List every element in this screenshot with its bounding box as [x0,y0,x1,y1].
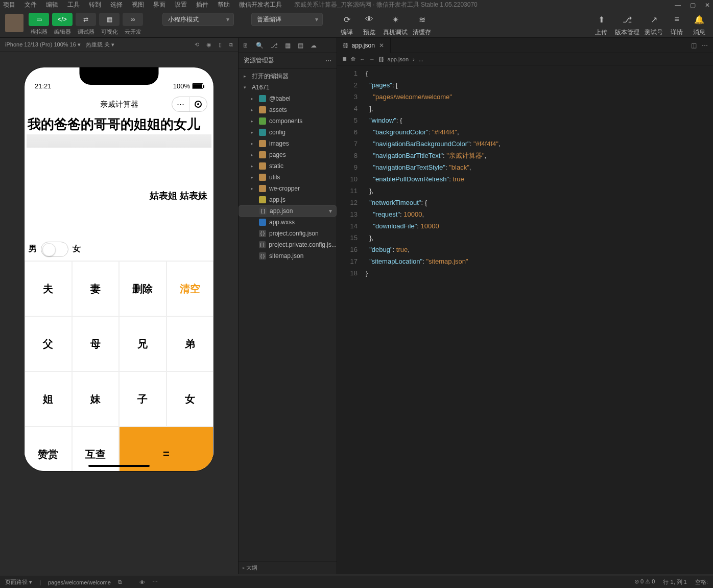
ellipsis-icon[interactable]: ⋯ [152,579,158,585]
cloud-button[interactable]: ∞ [123,13,143,26]
version-icon[interactable]: ⎇ [619,13,636,26]
capsule-more-icon[interactable]: ⋯ [172,97,189,111]
detail-icon[interactable]: ≡ [668,13,685,26]
search-icon[interactable]: 🔍 [256,42,264,49]
cursor-pos[interactable]: 行 1, 列 1 [663,578,686,586]
popout-icon[interactable]: ⧉ [229,41,233,48]
record-icon[interactable]: ◉ [206,41,211,48]
opened-editors[interactable]: ▸打开的编辑器 [239,70,337,82]
key-daughter[interactable]: 女 [167,371,214,427]
menu-devtool[interactable]: 微信开发者工具 [239,1,282,9]
db-icon[interactable]: ▤ [298,42,303,49]
back-icon[interactable]: ← [360,56,365,62]
bookmark-icon[interactable]: ⟰ [351,56,355,62]
device-select[interactable]: iPhone 12/13 (Pro) 100% 16 ▾ [5,41,81,48]
tree-item[interactable]: ▸pages [239,149,337,160]
key-donate[interactable]: 赞赏 [25,427,72,471]
key-younger-brother[interactable]: 弟 [167,316,214,371]
tree-item[interactable]: ▸utils [239,172,337,183]
ext-icon[interactable]: ▦ [285,42,291,49]
tab-close-icon[interactable]: ✕ [379,42,384,49]
cloud-tab-icon[interactable]: ☁ [311,42,317,49]
explorer-more-icon[interactable]: ⋯ [325,57,331,64]
capsule[interactable]: ⋯ [172,97,207,112]
tree-item[interactable]: ▸we-cropper [239,183,337,194]
refresh-icon[interactable]: ⟲ [195,41,199,48]
tree-item[interactable]: ▸config [239,127,337,138]
key-son[interactable]: 子 [119,371,167,427]
menu-plugin[interactable]: 插件 [196,1,208,9]
eye-icon[interactable]: 👁 [139,579,145,585]
menu-edit[interactable]: 编辑 [46,1,58,9]
upload-icon[interactable]: ⬆ [592,13,610,26]
key-clear[interactable]: 清空 [167,261,214,316]
breadcrumb-file[interactable]: app.json [388,56,409,62]
minimize-icon[interactable]: — [675,2,681,9]
editor-tab-appjson[interactable]: app.json ✕ [337,38,391,53]
key-delete[interactable]: 删除 [119,261,167,316]
debugger-button[interactable]: ⇄ [76,13,96,26]
key-wife[interactable]: 妻 [72,261,120,316]
visual-button[interactable]: ▦ [99,13,120,26]
page-path-value[interactable]: pages/welcome/welcome [48,579,111,585]
tree-item[interactable]: ▸components [239,115,337,127]
menu-file[interactable]: 文件 [25,1,37,9]
simulator-button[interactable]: ▭ [29,13,49,26]
key-equals[interactable]: = [119,427,213,471]
menu-view[interactable]: 视图 [132,1,144,9]
menu-project[interactable]: 项目 [3,1,15,9]
tree-item[interactable]: app.json [239,205,337,217]
compile-icon[interactable]: ⟳ [338,13,355,26]
key-mother[interactable]: 母 [72,316,120,371]
breadcrumb-tail[interactable]: ... [419,56,423,62]
menu-tool[interactable]: 工具 [67,1,80,9]
code-editor[interactable]: 123456789101112131415161718 { "pages": [… [337,65,713,574]
menu-help[interactable]: 帮助 [218,1,230,9]
capsule-close-icon[interactable] [189,97,207,111]
preview-icon[interactable]: 👁 [361,13,378,26]
test-icon[interactable]: ↗ [645,13,662,26]
tree-item[interactable]: ▸images [239,138,337,149]
clear-cache-icon[interactable]: ≋ [413,13,431,26]
key-elder-brother[interactable]: 兄 [119,316,167,371]
forward-icon[interactable]: → [369,56,375,62]
problems[interactable]: ⊘ 0 ⚠ 0 [634,578,655,586]
menu-goto[interactable]: 转到 [89,1,101,9]
more-icon[interactable]: ⋯ [702,42,708,49]
spaces[interactable]: 空格: [695,578,708,586]
tree-item[interactable]: project.config.json [239,228,337,239]
gender-switch[interactable] [41,242,68,257]
maximize-icon[interactable]: ▢ [690,2,696,9]
git-icon[interactable]: ⎇ [271,42,278,49]
mode-select[interactable]: 小程序模式 [162,13,234,26]
remote-debug-icon[interactable]: ✴ [387,13,404,26]
key-father[interactable]: 父 [25,316,72,371]
copy-icon[interactable]: ⧉ [118,579,122,585]
close-icon[interactable]: ✕ [705,2,710,9]
tree-item[interactable]: ▸static [239,160,337,172]
outline-title[interactable]: 大纲 [246,564,257,572]
menu-ui[interactable]: 界面 [153,1,165,9]
tree-item[interactable]: app.wxss [239,217,337,228]
page-path-label[interactable]: 页面路径 ▾ [5,578,32,586]
files-tab-icon[interactable]: 🗎 [243,42,249,49]
tree-item[interactable]: ▸assets [239,104,337,115]
list-icon[interactable]: ≣ [342,56,347,62]
compile-select[interactable]: 普通编译 [251,13,323,26]
tree-item[interactable]: project.private.config.js... [239,239,337,250]
tree-item[interactable]: ▸@babel [239,93,337,104]
tree-item[interactable]: sitemap.json [239,250,337,262]
key-elder-sister[interactable]: 姐 [25,371,72,427]
split-icon[interactable]: ◫ [691,42,697,49]
menu-settings[interactable]: 设置 [175,1,187,9]
message-icon[interactable]: 🔔 [691,13,708,26]
hot-reload-select[interactable]: 热重载 关 ▾ [86,41,114,49]
editor-button[interactable]: </> [52,13,73,26]
key-younger-sister[interactable]: 妹 [72,371,120,427]
device-icon[interactable]: ▯ [219,41,222,48]
avatar[interactable] [5,14,23,32]
key-swap[interactable]: 互查 [72,427,120,471]
key-husband[interactable]: 夫 [25,261,72,316]
project-root[interactable]: ▾A1671 [239,82,337,93]
tree-item[interactable]: app.js [239,194,337,205]
